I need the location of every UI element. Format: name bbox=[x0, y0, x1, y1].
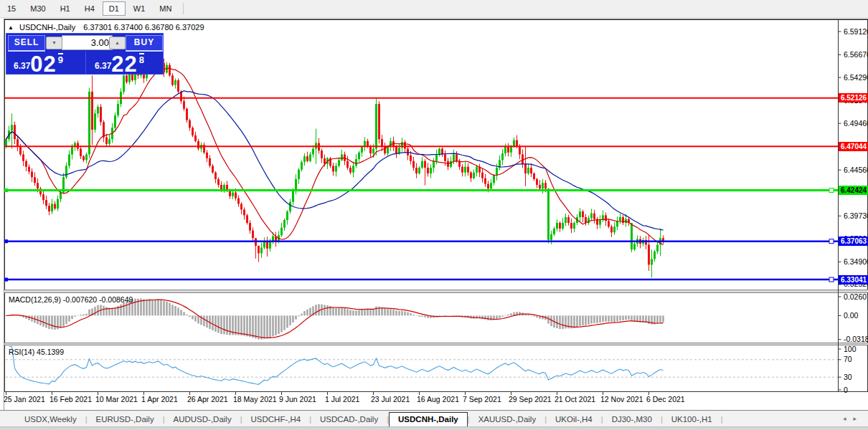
level-handle[interactable] bbox=[4, 239, 8, 243]
macd-histogram-bar bbox=[166, 302, 168, 315]
level-handle[interactable] bbox=[4, 278, 8, 282]
buy-button[interactable]: BUY bbox=[126, 35, 163, 52]
chart-tab-dj30-m30[interactable]: DJ30-,M30 bbox=[603, 413, 661, 426]
candle-body bbox=[82, 156, 85, 160]
candle-body bbox=[123, 75, 125, 92]
candle-body bbox=[258, 246, 260, 254]
macd-histogram-bar bbox=[410, 313, 412, 315]
candle-body bbox=[493, 176, 495, 183]
chart-tab-ukoil-h4[interactable]: UKOil-,H4 bbox=[547, 413, 601, 426]
macd-histogram-bar bbox=[134, 299, 136, 316]
candle-body bbox=[108, 139, 110, 144]
chart-tab-usdcnh-daily[interactable]: USDCNH-,Daily bbox=[389, 412, 468, 426]
candle-body bbox=[599, 220, 601, 225]
date-axis-label: 7 Sep 2021 bbox=[463, 395, 501, 403]
candle-body bbox=[25, 161, 27, 167]
candle-body bbox=[522, 154, 524, 163]
candle-body bbox=[341, 154, 343, 160]
macd-panel[interactable] bbox=[5, 293, 868, 343]
sell-button[interactable]: SELL bbox=[8, 35, 45, 52]
candle-body bbox=[567, 217, 570, 223]
candle-body bbox=[593, 214, 595, 219]
chart-tab-usdchf-h4[interactable]: USDCHF-,H4 bbox=[242, 413, 310, 426]
candle-body bbox=[229, 191, 231, 196]
chart-tab-usdx-weekly[interactable]: USDX,Weekly bbox=[16, 413, 85, 426]
macd-histogram-bar bbox=[111, 307, 113, 315]
tabs-scroll-right-icon[interactable]: ▸ bbox=[853, 415, 864, 422]
macd-histogram-bar bbox=[272, 315, 274, 336]
candle-body bbox=[559, 223, 561, 229]
macd-histogram-bar bbox=[174, 306, 176, 315]
candle-body bbox=[453, 154, 455, 161]
candle-body bbox=[381, 139, 383, 147]
candle-body bbox=[651, 259, 653, 264]
macd-histogram-bar bbox=[226, 315, 228, 335]
candle-body bbox=[648, 245, 650, 265]
candle-body bbox=[553, 229, 555, 234]
macd-histogram-bar bbox=[582, 315, 584, 325]
macd-axis-label: 0.00 bbox=[844, 311, 859, 320]
date-axis-label: 6 Dec 2021 bbox=[646, 395, 685, 403]
macd-histogram-bar bbox=[240, 315, 242, 335]
tab-separator: | bbox=[721, 415, 723, 426]
level-handle[interactable] bbox=[829, 188, 834, 193]
candle-body bbox=[16, 139, 19, 147]
macd-histogram-bar bbox=[372, 309, 374, 315]
candle-body bbox=[412, 161, 415, 168]
tabs-scroll-left-icon[interactable]: ◂ bbox=[843, 415, 854, 422]
macd-histogram-bar bbox=[97, 305, 99, 316]
mt4-terminal: 15M30H1H4D1W1MN 6.591206.566706.542906.5… bbox=[0, 0, 868, 430]
chart-tab-usdcad-daily[interactable]: USDCAD-,Daily bbox=[311, 413, 387, 426]
collapse-icon[interactable]: ▲ bbox=[8, 24, 14, 31]
macd-histogram-bar bbox=[249, 315, 251, 337]
candle-body bbox=[246, 215, 248, 223]
macd-histogram-bar bbox=[573, 315, 575, 328]
candle-body bbox=[444, 154, 446, 161]
macd-histogram-bar bbox=[105, 307, 108, 315]
sell-price[interactable]: 6.37029 bbox=[8, 52, 82, 75]
panel-splitter[interactable] bbox=[5, 290, 868, 293]
candle-body bbox=[263, 242, 265, 248]
macd-histogram-bar bbox=[588, 315, 590, 324]
volume-input[interactable]: 3.00 bbox=[62, 35, 113, 50]
sell-price-big: 02 bbox=[30, 52, 56, 77]
chart-tab-uk100-h1[interactable]: UK100-,H1 bbox=[663, 413, 721, 426]
macd-histogram-bar bbox=[585, 315, 587, 325]
macd-histogram-bar bbox=[171, 305, 174, 315]
candle-body bbox=[487, 184, 489, 189]
candle-body bbox=[117, 104, 119, 115]
candle-body bbox=[338, 160, 340, 166]
candle-body bbox=[28, 167, 30, 172]
macd-histogram-bar bbox=[398, 311, 400, 315]
macd-histogram-bar bbox=[280, 315, 283, 332]
chart-tab-audusd-daily[interactable]: AUDUSD-,Daily bbox=[165, 413, 240, 426]
macd-histogram-bar bbox=[335, 307, 337, 315]
level-handle[interactable] bbox=[829, 277, 834, 282]
macd-histogram-bar bbox=[306, 310, 308, 316]
candle-body bbox=[375, 104, 377, 148]
macd-histogram-bar bbox=[266, 315, 268, 338]
candle-body bbox=[286, 211, 288, 220]
price-axis-label: 6.44560 bbox=[844, 166, 868, 174]
chart-tab-xauusd-daily[interactable]: XAUUSD-,Daily bbox=[470, 413, 545, 426]
macd-histogram-bar bbox=[255, 315, 257, 338]
candle-body bbox=[527, 168, 529, 173]
rsi-panel[interactable] bbox=[5, 345, 868, 392]
candle-body bbox=[585, 217, 587, 223]
macd-histogram-bar bbox=[80, 315, 82, 315]
level-handle[interactable] bbox=[4, 188, 8, 192]
candle-body bbox=[197, 141, 199, 149]
macd-histogram-bar bbox=[562, 315, 564, 329]
macd-axis-label: -0.031872 bbox=[844, 335, 868, 343]
volume-decrease-button[interactable]: ▼ bbox=[46, 37, 62, 49]
macd-histogram-bar bbox=[324, 305, 326, 316]
panel-splitter[interactable] bbox=[5, 343, 868, 345]
volume-increase-button[interactable]: ▲ bbox=[109, 37, 126, 49]
macd-histogram-bar bbox=[369, 309, 372, 315]
chart-tab-eurusd-daily[interactable]: EURUSD-,Daily bbox=[88, 413, 163, 426]
level-handle[interactable] bbox=[829, 239, 834, 244]
chart-tab-bar: USDX,Weekly|EURUSD-,Daily|AUDUSD-,Daily|… bbox=[0, 411, 868, 426]
candle-body bbox=[303, 156, 306, 162]
buy-price[interactable]: 6.37228 bbox=[85, 52, 166, 75]
macd-histogram-bar bbox=[625, 315, 627, 320]
